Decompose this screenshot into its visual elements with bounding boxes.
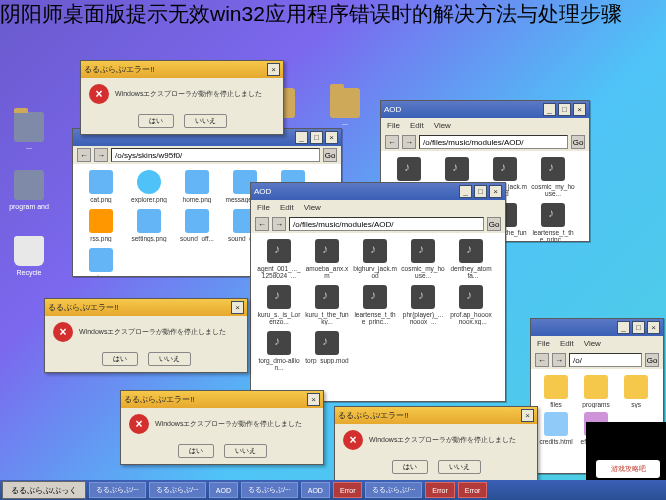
menu-file[interactable]: File — [537, 339, 550, 348]
file-item[interactable]: leartense_t_the_princ... — [353, 285, 397, 325]
minimize-button[interactable]: _ — [459, 185, 472, 198]
path-field[interactable]: /o/files/music/modules/AOD/ — [419, 135, 568, 149]
explorer-window-aod-large[interactable]: AOD _□× FileEditView ←→/o/files/music/mo… — [250, 182, 506, 402]
close-button[interactable]: × — [521, 409, 534, 422]
menu-view[interactable]: View — [434, 121, 451, 130]
ok-button[interactable]: はい — [178, 444, 214, 458]
maximize-button[interactable]: □ — [558, 103, 571, 116]
ok-button[interactable]: はい — [138, 114, 174, 128]
forward-button[interactable]: → — [272, 217, 286, 231]
file-item[interactable]: settings.png — [127, 209, 171, 242]
file-item[interactable]: warning.png — [79, 248, 123, 276]
menu-file[interactable]: File — [257, 203, 270, 212]
path-field[interactable]: /o/files/music/modules/AOD/ — [289, 217, 484, 231]
minimize-button[interactable]: _ — [543, 103, 556, 116]
back-button[interactable]: ← — [385, 135, 399, 149]
go-button[interactable]: Go — [323, 148, 337, 162]
ok-button[interactable]: はい — [102, 352, 138, 366]
back-button[interactable]: ← — [77, 148, 91, 162]
titlebar[interactable]: AOD _□× — [251, 183, 505, 200]
titlebar[interactable]: るるぶらぶ/エラー!!× — [45, 299, 247, 316]
menu-view[interactable]: View — [584, 339, 601, 348]
menu-edit[interactable]: Edit — [410, 121, 424, 130]
go-button[interactable]: Go — [571, 135, 585, 149]
taskbar-task[interactable]: Error — [458, 482, 488, 498]
close-button[interactable]: × — [647, 321, 660, 334]
file-item[interactable]: prof.ap_hooox_noox.xg... — [449, 285, 493, 325]
menu-file[interactable]: File — [387, 121, 400, 130]
menu-edit[interactable]: Edit — [280, 203, 294, 212]
titlebar[interactable]: るるぶらぶ/エラー!!× — [335, 407, 537, 424]
file-item[interactable]: leartense_t_the_princ... — [531, 203, 575, 241]
taskbar-task[interactable]: るるぶらぶ/··· — [365, 482, 422, 498]
taskbar-task[interactable]: AOD — [301, 482, 330, 498]
cancel-button[interactable]: いいえ — [224, 444, 267, 458]
taskbar-task[interactable]: るるぶらぶ/··· — [149, 482, 206, 498]
file-item[interactable]: kuru_s._is_Lorenzo... — [257, 285, 301, 325]
file-item[interactable]: cosmic_my_house... — [531, 157, 575, 197]
file-item[interactable]: bighurv_jack.mod — [353, 239, 397, 279]
titlebar[interactable]: AOD _□× — [381, 101, 589, 118]
file-item[interactable]: torg_dmo-allion... — [257, 331, 301, 371]
file-item[interactable]: credits.html — [537, 412, 575, 445]
file-item[interactable]: kuru_t_the_funky... — [305, 285, 349, 325]
file-item[interactable]: programs — [577, 375, 615, 408]
cancel-button[interactable]: いいえ — [148, 352, 191, 366]
file-item[interactable]: files — [537, 375, 575, 408]
close-button[interactable]: × — [573, 103, 586, 116]
close-button[interactable]: × — [307, 393, 320, 406]
file-item[interactable]: cosmic_my_house... — [401, 239, 445, 279]
desktop-shortcut[interactable]: ··· — [4, 112, 54, 152]
menu-edit[interactable]: Edit — [560, 339, 574, 348]
taskbar-task[interactable]: AOD — [209, 482, 238, 498]
file-item[interactable]: torp_supp.mod — [305, 331, 349, 371]
maximize-button[interactable]: □ — [474, 185, 487, 198]
close-button[interactable]: × — [231, 301, 244, 314]
cancel-button[interactable]: いいえ — [438, 460, 481, 474]
file-item[interactable]: agent_001_..._1258024_... — [257, 239, 301, 279]
maximize-button[interactable]: □ — [310, 131, 323, 144]
back-button[interactable]: ← — [255, 217, 269, 231]
path-field[interactable]: /o/ — [569, 353, 642, 367]
file-item[interactable]: cat.png — [79, 170, 123, 203]
back-button[interactable]: ← — [535, 353, 549, 367]
forward-button[interactable]: → — [94, 148, 108, 162]
ok-button[interactable]: はい — [392, 460, 428, 474]
titlebar[interactable]: _□× — [531, 319, 663, 336]
go-button[interactable]: Go — [645, 353, 659, 367]
file-item[interactable]: home.png — [175, 170, 219, 203]
menu-view[interactable]: View — [304, 203, 321, 212]
close-button[interactable]: × — [325, 131, 338, 144]
titlebar[interactable]: るるぶらぶ/エラー!!× — [81, 61, 283, 78]
cancel-button[interactable]: いいえ — [184, 114, 227, 128]
taskbar-task[interactable]: Error — [425, 482, 455, 498]
taskbar-task[interactable]: るるぶらぶ/··· — [241, 482, 298, 498]
forward-button[interactable]: → — [402, 135, 416, 149]
error-dialog[interactable]: るるぶらぶ/エラー!!× ×Windowsエクスプローラが動作を停止しました は… — [120, 390, 324, 465]
path-field[interactable]: /o/sys/skins/w95f0/ — [111, 148, 320, 162]
minimize-button[interactable]: _ — [295, 131, 308, 144]
start-button[interactable]: るるぶらぶ/ぶっく — [2, 481, 86, 499]
file-item[interactable]: rss.png — [79, 209, 123, 242]
titlebar[interactable]: るるぶらぶ/エラー!!× — [121, 391, 323, 408]
file-item[interactable]: amoeba_anx.xm — [305, 239, 349, 279]
close-button[interactable]: × — [267, 63, 280, 76]
file-item[interactable]: sys — [617, 375, 655, 408]
maximize-button[interactable]: □ — [632, 321, 645, 334]
desktop-shortcut[interactable]: program and — [4, 170, 54, 210]
close-button[interactable]: × — [489, 185, 502, 198]
error-dialog[interactable]: るるぶらぶ/エラー!!× ×Windowsエクスプローラが動作を停止しました は… — [44, 298, 248, 373]
taskbar-task[interactable]: るるぶらぶ/··· — [89, 482, 146, 498]
error-dialog[interactable]: るるぶらぶ/エラー!!× ×Windowsエクスプローラが動作を停止しました は… — [334, 406, 538, 481]
file-item[interactable]: phr(player)_...nooox_... — [401, 285, 445, 325]
error-dialog[interactable]: るるぶらぶ/エラー!!× ×Windowsエクスプローラが動作を停止しました は… — [80, 60, 284, 135]
taskbar-task[interactable]: Error — [333, 482, 363, 498]
minimize-button[interactable]: _ — [617, 321, 630, 334]
recycle-bin[interactable]: Recycle — [4, 236, 54, 276]
go-button[interactable]: Go — [487, 217, 501, 231]
file-item[interactable]: explorer.png — [127, 170, 171, 203]
file-item[interactable]: sound_off... — [175, 209, 219, 242]
desktop-folder-icon[interactable]: ··· — [320, 88, 370, 128]
forward-button[interactable]: → — [552, 353, 566, 367]
file-item[interactable]: denthey_atom_fa... — [449, 239, 493, 279]
